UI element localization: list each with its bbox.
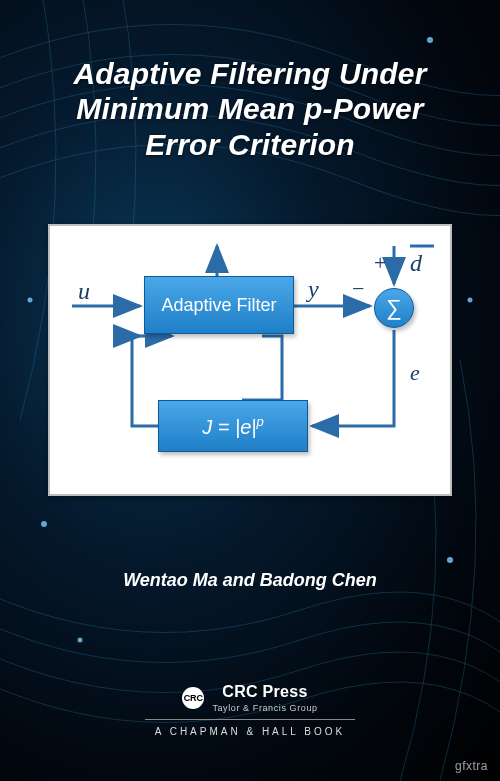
crc-press-label: CRC Press: [212, 683, 317, 701]
sigma-symbol: ∑: [386, 295, 402, 321]
svg-point-0: [41, 521, 47, 527]
block-diagram: u Adaptive Filter y − + d ∑ e J = |e|p: [48, 224, 452, 496]
crc-row: CRC CRC Press Taylor & Francis Group: [0, 683, 500, 713]
minus-label: −: [352, 276, 364, 302]
book-cover: Adaptive Filtering Under Minimum Mean p-…: [0, 0, 500, 781]
svg-point-3: [28, 298, 33, 303]
title-line-3: Error Criterion: [28, 127, 472, 162]
error-e-label: e: [410, 360, 420, 386]
summation-node: ∑: [374, 288, 414, 328]
chapman-hall-label: A CHAPMAN & HALL BOOK: [0, 726, 500, 737]
plus-label: +: [374, 250, 386, 276]
cost-exponent: p: [257, 414, 264, 429]
svg-point-5: [78, 638, 83, 643]
svg-point-1: [427, 37, 433, 43]
watermark: gfxtra: [455, 759, 488, 773]
authors: Wentao Ma and Badong Chen: [0, 570, 500, 591]
output-y-label: y: [308, 276, 319, 303]
cost-function-block: J = |e|p: [158, 400, 308, 452]
publisher-block: CRC CRC Press Taylor & Francis Group A C…: [0, 683, 500, 737]
diagram-canvas: u Adaptive Filter y − + d ∑ e J = |e|p: [62, 240, 438, 482]
publisher-divider: [145, 719, 355, 720]
title-line-1: Adaptive Filtering Under: [28, 56, 472, 91]
taylor-francis-label: Taylor & Francis Group: [212, 703, 317, 713]
adaptive-filter-block: Adaptive Filter: [144, 276, 294, 334]
crc-logo-text: CRC: [184, 693, 204, 703]
svg-point-2: [468, 298, 473, 303]
title-line-2: Minimum Mean p-Power: [28, 91, 472, 126]
input-u-label: u: [78, 278, 90, 305]
cost-text: J = |e|p: [202, 414, 264, 439]
cost-base: J = |e|: [202, 415, 256, 437]
desired-d-label: d: [410, 250, 422, 277]
filter-block-text: Adaptive Filter: [161, 295, 276, 316]
book-title: Adaptive Filtering Under Minimum Mean p-…: [0, 56, 500, 162]
crc-logo-icon: CRC: [182, 687, 204, 709]
svg-point-4: [447, 557, 453, 563]
crc-text-block: CRC Press Taylor & Francis Group: [212, 683, 317, 713]
